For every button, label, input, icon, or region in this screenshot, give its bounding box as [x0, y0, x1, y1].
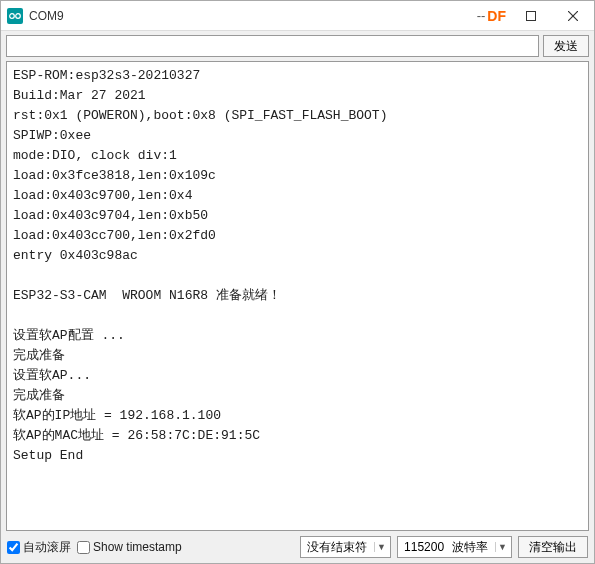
send-button[interactable]: 发送 [543, 35, 589, 57]
send-row: 发送 [1, 31, 594, 61]
df-badge: DF [487, 8, 506, 24]
dashes-text: -- [477, 8, 486, 23]
timestamp-checkbox[interactable]: Show timestamp [77, 540, 182, 554]
close-button[interactable] [552, 1, 594, 31]
timestamp-input[interactable] [77, 541, 90, 554]
window-title: COM9 [29, 9, 477, 23]
chevron-down-icon: ▼ [374, 542, 388, 552]
baud-value: 115200 [400, 540, 448, 554]
autoscroll-checkbox[interactable]: 自动滚屏 [7, 539, 71, 556]
svg-rect-3 [527, 11, 536, 20]
baud-label: 波特率 [448, 539, 492, 556]
clear-output-button[interactable]: 清空输出 [518, 536, 588, 558]
bottom-bar: 自动滚屏 Show timestamp 没有结束符 ▼ 115200 波特率 ▼… [1, 531, 594, 563]
send-input[interactable] [6, 35, 539, 57]
maximize-button[interactable] [510, 1, 552, 31]
titlebar: COM9 -- DF [1, 1, 594, 31]
chevron-down-icon: ▼ [495, 542, 509, 552]
line-ending-select[interactable]: 没有结束符 ▼ [300, 536, 391, 558]
autoscroll-label: 自动滚屏 [23, 539, 71, 556]
console-output[interactable]: ESP-ROM:esp32s3-20210327 Build:Mar 27 20… [6, 61, 589, 531]
arduino-icon [7, 8, 23, 24]
serial-monitor-window: COM9 -- DF 发送 ESP-ROM:esp32s3-20210327 B… [0, 0, 595, 564]
autoscroll-input[interactable] [7, 541, 20, 554]
line-ending-value: 没有结束符 [303, 539, 371, 556]
timestamp-label: Show timestamp [93, 540, 182, 554]
baud-rate-select[interactable]: 115200 波特率 ▼ [397, 536, 512, 558]
